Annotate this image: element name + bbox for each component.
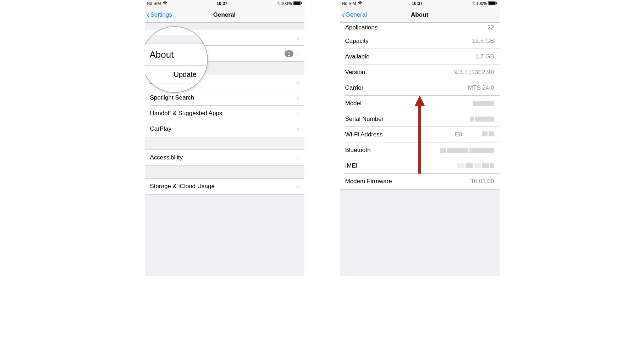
chevron-right-icon: ›	[297, 94, 299, 102]
row-available[interactable]: Available 1.7 GB	[340, 49, 500, 64]
magnified-update-row: Update	[145, 66, 207, 84]
row-label: Accessibility	[150, 154, 293, 161]
row-value: E0	[455, 131, 494, 138]
back-button-general[interactable]: ‹ General	[340, 10, 367, 20]
redacted-value	[473, 101, 494, 106]
row-label: Capacity	[345, 38, 369, 45]
row-value: 9.3.1 (13E238)	[454, 69, 494, 76]
row-label: Model	[345, 100, 362, 107]
battery-icon	[488, 1, 497, 6]
bluetooth-icon	[277, 1, 280, 6]
status-bar: No SIM 10:37 100%	[340, 0, 500, 7]
chevron-right-icon: ›	[297, 34, 299, 42]
row-version[interactable]: Version 9.3.1 (13E238)	[340, 64, 500, 80]
svg-rect-4	[489, 1, 496, 5]
update-badge: 1	[285, 50, 293, 57]
bluetooth-icon	[472, 1, 475, 6]
row-applications[interactable]: Applications 22	[340, 23, 500, 33]
redacted-value	[470, 117, 494, 122]
row-value: 22	[488, 24, 494, 33]
row-label: Wi-Fi Address	[345, 131, 383, 138]
wifi-icon	[358, 1, 363, 6]
row-label: Modem Firmware	[345, 178, 392, 185]
magnified-about-row: About	[145, 44, 207, 66]
back-button-settings[interactable]: ‹ Settings	[145, 10, 172, 20]
wifi-icon	[163, 1, 167, 6]
section-gap	[340, 190, 500, 200]
row-modem-firmware[interactable]: Modem Firmware 10.01.00	[340, 174, 500, 189]
row-value: 12.5 GB	[472, 38, 494, 45]
svg-rect-5	[496, 2, 497, 4]
row-model[interactable]: Model	[340, 96, 500, 111]
chevron-right-icon: ›	[297, 110, 299, 117]
row-label: Applications	[345, 24, 378, 33]
nav-bar: ‹ Settings General	[145, 7, 304, 23]
row-carrier[interactable]: Carrier MTS 24.0	[340, 80, 500, 96]
row-imei[interactable]: IMEI	[340, 158, 500, 174]
svg-rect-2	[301, 2, 302, 4]
row-label: Bluetooth	[345, 147, 371, 154]
row-label: Spotlight Search	[150, 94, 293, 101]
row-serial[interactable]: Serial Number	[340, 111, 500, 127]
row-label: Version	[345, 69, 365, 76]
about-list[interactable]: Applications 22 Capacity 12.5 GB Availab…	[340, 23, 500, 190]
row-label: Handoff & Suggested Apps	[150, 110, 293, 117]
battery-percent: 100%	[476, 1, 487, 6]
row-storage[interactable]: Storage & iCloud Usage ›	[145, 179, 304, 194]
no-sim-label: No SIM	[147, 1, 161, 6]
row-label: IMEI	[345, 162, 358, 169]
battery-percent: 100%	[281, 1, 292, 6]
row-bluetooth[interactable]: Bluetooth	[340, 142, 500, 158]
nav-bar: ‹ General About	[340, 7, 500, 23]
chevron-right-icon: ›	[297, 183, 299, 190]
battery-icon	[293, 1, 302, 6]
magnifier-callout: About Update	[145, 26, 208, 93]
row-accessibility[interactable]: Accessibility ›	[145, 150, 304, 165]
row-value: 1.7 GB	[475, 53, 494, 60]
row-label: Serial Number	[345, 116, 384, 123]
row-label: Storage & iCloud Usage	[150, 183, 293, 190]
row-value: MTS 24.0	[468, 84, 494, 91]
back-label: General	[346, 11, 367, 18]
redacted-value	[457, 163, 494, 168]
row-handoff[interactable]: Handoff & Suggested Apps ›	[145, 106, 304, 121]
svg-rect-1	[294, 1, 301, 5]
chevron-right-icon: ›	[297, 154, 299, 162]
row-value: 10.01.00	[470, 178, 494, 185]
general-section-4: Storage & iCloud Usage ›	[145, 178, 304, 195]
back-label: Settings	[150, 11, 172, 18]
no-sim-label: No SIM	[342, 1, 356, 6]
redacted-value	[482, 131, 494, 136]
row-label: Carrier	[345, 84, 364, 91]
status-bar: No SIM 10:37 100%	[145, 0, 304, 7]
row-wifi-address[interactable]: Wi-Fi Address E0	[340, 127, 500, 142]
general-section-3: Accessibility ›	[145, 150, 304, 166]
chevron-right-icon: ›	[297, 50, 299, 57]
chevron-left-icon: ‹	[342, 10, 345, 20]
status-time: 10:37	[412, 1, 423, 6]
status-time: 10:37	[216, 1, 227, 6]
phone-left-general: No SIM 10:37 100% ‹ Settings General Abo…	[145, 0, 304, 276]
row-label: CarPlay	[150, 125, 293, 133]
chevron-left-icon: ‹	[147, 10, 150, 20]
chevron-right-icon: ›	[297, 79, 299, 86]
phone-right-about: No SIM 10:37 100% ‹ General About Applic…	[340, 0, 500, 276]
row-label: Available	[345, 53, 370, 60]
row-capacity[interactable]: Capacity 12.5 GB	[340, 33, 500, 49]
redacted-value	[440, 148, 494, 153]
chevron-right-icon: ›	[297, 125, 299, 133]
row-carplay[interactable]: CarPlay ›	[145, 121, 304, 137]
